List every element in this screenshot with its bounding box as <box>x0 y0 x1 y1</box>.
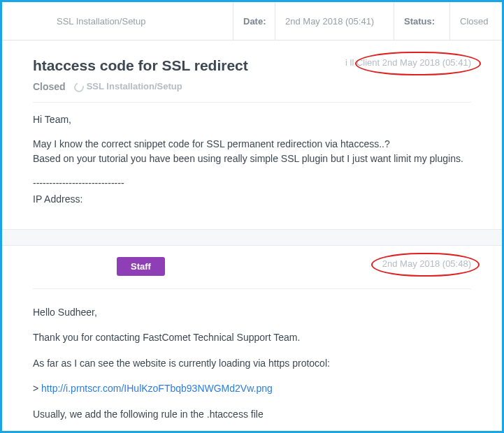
msg-greeting: Hi Team, <box>33 112 471 127</box>
ticket-header-row: SSL Installation/Setup Date: 2nd May 201… <box>2 2 502 41</box>
ticket-message-body: Hi Team, May I know the correct snippet … <box>33 112 471 207</box>
reply-line1: Thank you for contacting FastComet Techn… <box>33 330 471 345</box>
header-status-value: Closed <box>449 2 502 40</box>
msg-dashes: ---------------------------- <box>33 176 471 191</box>
ticket-client-timestamp: i ll Client 2nd May 2018 (05:41) <box>345 57 471 68</box>
header-date-label: Date: <box>233 2 275 40</box>
ticket-status: Closed <box>33 81 66 92</box>
ticket-meta: Closed SSL Installation/Setup <box>33 81 471 92</box>
divider <box>33 102 471 103</box>
reply-timestamp: 2nd May 2018 (05:48) <box>382 258 471 269</box>
ticket-department: SSL Installation/Setup <box>87 81 182 91</box>
msg-ip-label: IP Address: <box>33 192 471 207</box>
divider <box>33 288 471 289</box>
screenshot-link[interactable]: http://i.prntscr.com/IHulKzoFTbqb93NWGMd… <box>41 383 273 394</box>
staff-badge: Staff <box>117 257 165 276</box>
reply-body: Hello Sudheer, Thank you for contacting … <box>2 300 502 422</box>
header-status-label: Status: <box>394 2 449 40</box>
link-prefix: > <box>33 383 41 394</box>
reply-line2: As far as I can see the website is curre… <box>33 355 471 371</box>
ticket-detail: htaccess code for SSL redirect i ll Clie… <box>2 41 502 229</box>
reply-link-line: > http://i.prntscr.com/IHulKzoFTbqb93NWG… <box>33 381 471 396</box>
header-date-value: 2nd May 2018 (05:41) <box>275 2 394 40</box>
header-category: SSL Installation/Setup <box>2 2 233 40</box>
refresh-icon: SSL Installation/Setup <box>74 81 182 92</box>
msg-main: May I know the correct snippet code for … <box>33 137 471 166</box>
reply-greeting: Hello Sudheer, <box>33 304 471 320</box>
reply-line3: Usually, we add the following rule in th… <box>33 406 471 422</box>
reply-separator <box>2 229 502 246</box>
reply-header: Staff 2nd May 2018 (05:48) <box>2 246 502 288</box>
